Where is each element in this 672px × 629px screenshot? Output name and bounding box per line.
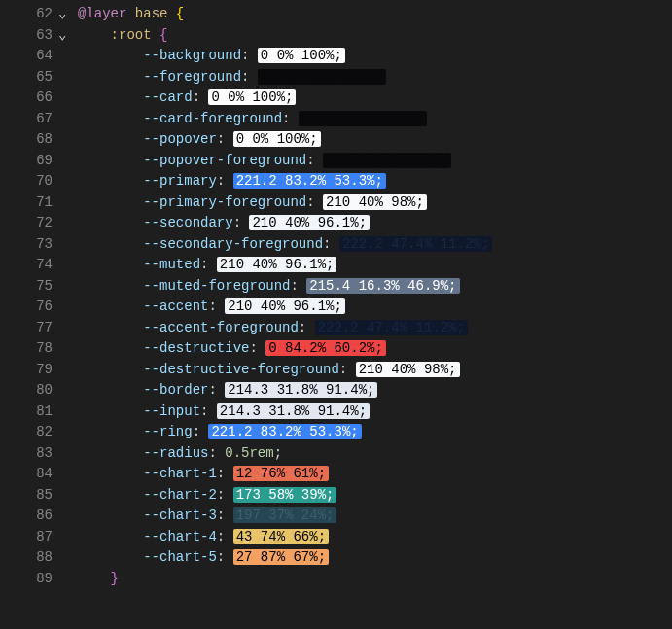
code-line[interactable]: --chart-4: 43 74% 66%; bbox=[78, 527, 672, 548]
css-variable-name: --destructive bbox=[143, 340, 249, 356]
line-number: 66 bbox=[0, 87, 53, 109]
code-line[interactable]: } bbox=[78, 569, 672, 590]
color-swatch: 27 87% 67%; bbox=[233, 549, 329, 565]
code-line[interactable]: --secondary: 210 40% 96.1%; bbox=[78, 213, 672, 234]
color-swatch: 197 37% 24%; bbox=[233, 507, 337, 523]
code-line[interactable]: --card: 0 0% 100%; bbox=[78, 87, 672, 109]
css-variable-name: --muted-foreground bbox=[143, 278, 290, 294]
code-line[interactable]: --chart-2: 173 58% 39%; bbox=[78, 485, 672, 507]
color-swatch: 0 0% 100%; bbox=[233, 131, 321, 147]
css-variable-name: --popover-foreground bbox=[143, 153, 306, 168]
css-variable-name: --background bbox=[143, 48, 241, 63]
code-line[interactable]: --ring: 221.2 83.2% 53.3%; bbox=[78, 422, 672, 443]
color-swatch: 222.2 84% 4.9%; bbox=[323, 153, 451, 168]
color-swatch: 210 40% 98%; bbox=[323, 194, 427, 210]
color-swatch: 214.3 31.8% 91.4%; bbox=[225, 382, 377, 398]
fold-chevron-icon[interactable]: ⌄ bbox=[56, 6, 66, 21]
code-line[interactable]: --border: 214.3 31.8% 91.4%; bbox=[78, 380, 672, 402]
line-number: 62 bbox=[0, 4, 53, 25]
line-number: 67 bbox=[0, 109, 53, 130]
color-swatch: 210 40% 96.1%; bbox=[225, 298, 345, 314]
line-number: 71 bbox=[0, 192, 53, 214]
code-line[interactable]: --accent: 210 40% 96.1%; bbox=[78, 297, 672, 318]
css-variable-name: --secondary-foreground bbox=[143, 236, 323, 252]
color-swatch: 0 0% 100%; bbox=[208, 89, 296, 105]
color-swatch: 12 76% 61%; bbox=[233, 466, 329, 481]
line-number: 86 bbox=[0, 506, 53, 527]
code-line[interactable]: --background: 0 0% 100%; bbox=[78, 46, 672, 67]
line-number: 72 bbox=[0, 213, 53, 234]
line-number: 65 bbox=[0, 67, 53, 88]
code-line[interactable]: --popover: 0 0% 100%; bbox=[78, 129, 672, 151]
fold-column: ⌄⌄ bbox=[56, 4, 74, 629]
line-number: 69 bbox=[0, 151, 53, 172]
color-swatch: 221.2 83.2% 53.3%; bbox=[208, 424, 361, 439]
code-line[interactable]: :root { bbox=[78, 25, 672, 47]
css-variable-name: --radius bbox=[143, 445, 208, 461]
line-number: 83 bbox=[0, 443, 53, 465]
line-number: 68 bbox=[0, 129, 53, 151]
color-swatch: 0 0% 100%; bbox=[258, 48, 345, 63]
code-line[interactable]: --radius: 0.5rem; bbox=[78, 443, 672, 465]
code-line[interactable]: @layer base { bbox=[78, 4, 672, 25]
code-content[interactable]: @layer base { :root { --background: 0 0%… bbox=[74, 4, 672, 629]
css-variable-name: --card-foreground bbox=[143, 111, 282, 126]
css-variable-name: --destructive-foreground bbox=[143, 362, 339, 377]
css-variable-name: --primary-foreground bbox=[143, 194, 306, 210]
css-variable-name: --primary bbox=[143, 173, 217, 189]
line-number: 63 bbox=[0, 25, 53, 47]
code-line[interactable]: --input: 214.3 31.8% 91.4%; bbox=[78, 402, 672, 423]
code-editor[interactable]: 6263646566676869707172737475767778798081… bbox=[0, 0, 672, 629]
color-swatch: 214.3 31.8% 91.4%; bbox=[217, 403, 370, 419]
code-line[interactable]: --destructive-foreground: 210 40% 98%; bbox=[78, 360, 672, 381]
line-number: 85 bbox=[0, 485, 53, 507]
css-variable-name: --foreground bbox=[143, 69, 241, 85]
color-swatch: 222.2 84% 4.9%; bbox=[258, 69, 386, 85]
fold-chevron-icon[interactable]: ⌄ bbox=[56, 27, 66, 43]
line-number: 81 bbox=[0, 402, 53, 423]
code-line[interactable]: --primary-foreground: 210 40% 98%; bbox=[78, 192, 672, 214]
color-swatch: 0 84.2% 60.2%; bbox=[265, 340, 386, 356]
code-line[interactable]: --primary: 221.2 83.2% 53.3%; bbox=[78, 171, 672, 192]
line-number: 73 bbox=[0, 234, 53, 256]
css-variable-name: --chart-4 bbox=[143, 529, 217, 544]
css-variable-name: --accent bbox=[143, 298, 208, 314]
line-number: 89 bbox=[0, 569, 53, 590]
css-variable-name: --chart-2 bbox=[143, 487, 217, 503]
code-line[interactable]: --muted-foreground: 215.4 16.3% 46.9%; bbox=[78, 276, 672, 297]
color-swatch: 222.2 47.4% 11.2%; bbox=[315, 320, 468, 335]
css-variable-name: --card bbox=[143, 89, 192, 105]
code-line[interactable]: --secondary-foreground: 222.2 47.4% 11.2… bbox=[78, 234, 672, 256]
code-line[interactable]: --card-foreground: 222.2 84% 4.9%; bbox=[78, 109, 672, 130]
color-swatch: 210 40% 96.1%; bbox=[249, 215, 370, 230]
css-variable-name: --border bbox=[143, 382, 208, 398]
code-line[interactable]: --chart-5: 27 87% 67%; bbox=[78, 547, 672, 569]
code-line[interactable]: --accent-foreground: 222.2 47.4% 11.2%; bbox=[78, 318, 672, 339]
color-swatch: 222.2 47.4% 11.2%; bbox=[339, 236, 492, 252]
code-line[interactable]: --chart-3: 197 37% 24%; bbox=[78, 506, 672, 527]
code-line[interactable]: --chart-1: 12 76% 61%; bbox=[78, 464, 672, 485]
css-variable-name: --chart-5 bbox=[143, 549, 217, 565]
code-line[interactable]: --muted: 210 40% 96.1%; bbox=[78, 255, 672, 276]
line-number: 78 bbox=[0, 338, 53, 360]
color-swatch: 222.2 84% 4.9%; bbox=[299, 111, 427, 126]
color-swatch: 43 74% 66%; bbox=[233, 529, 329, 544]
css-variable-name: --popover bbox=[143, 131, 217, 147]
css-variable-name: --ring bbox=[143, 424, 192, 439]
css-variable-name: --input bbox=[143, 403, 200, 419]
line-number: 75 bbox=[0, 276, 53, 297]
color-swatch: 221.2 83.2% 53.3%; bbox=[233, 173, 386, 189]
line-number: 70 bbox=[0, 171, 53, 192]
css-variable-name: --accent-foreground bbox=[143, 320, 299, 335]
color-swatch: 210 40% 98%; bbox=[356, 362, 460, 377]
code-line[interactable]: --foreground: 222.2 84% 4.9%; bbox=[78, 67, 672, 88]
code-line[interactable]: --popover-foreground: 222.2 84% 4.9%; bbox=[78, 151, 672, 172]
code-line[interactable]: --destructive: 0 84.2% 60.2%; bbox=[78, 338, 672, 360]
line-number: 64 bbox=[0, 46, 53, 67]
line-number-gutter: 6263646566676869707172737475767778798081… bbox=[0, 4, 56, 629]
css-variable-name: --muted bbox=[143, 257, 200, 272]
line-number: 88 bbox=[0, 547, 53, 569]
color-swatch: 210 40% 96.1%; bbox=[217, 257, 337, 272]
line-number: 76 bbox=[0, 297, 53, 318]
line-number: 80 bbox=[0, 380, 53, 402]
